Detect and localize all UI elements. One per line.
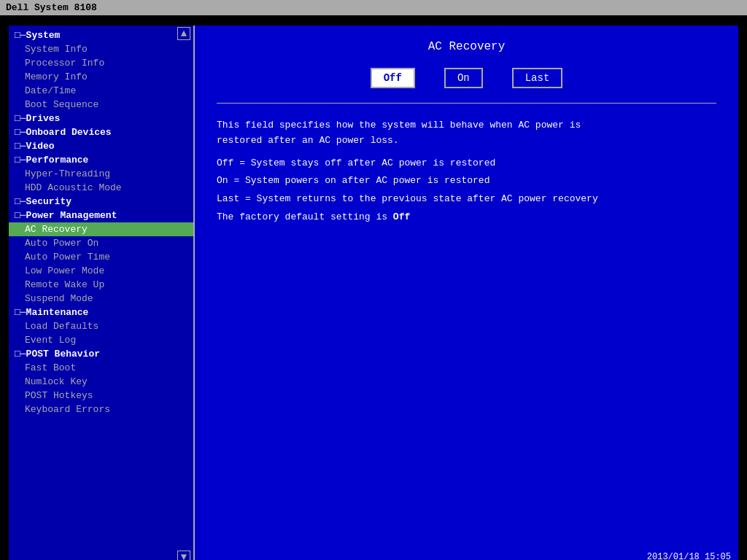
section-prefix-icon: □─: [15, 349, 26, 359]
section-prefix-icon: □─: [15, 127, 26, 138]
sidebar-item-boot-sequence[interactable]: Boot Sequence: [9, 98, 193, 112]
sidebar-item-maintenance[interactable]: □─Maintenance: [9, 306, 193, 319]
section-prefix-icon: □─: [15, 155, 26, 166]
main-content: ▲ □─SystemSystem InfoProcessor InfoMemor…: [9, 26, 738, 560]
section-prefix-icon: □─: [15, 307, 26, 318]
sidebar-item-fast-boot[interactable]: Fast Boot: [9, 361, 193, 375]
section-prefix-icon: □─: [15, 196, 26, 207]
section-prefix-icon: □─: [15, 210, 26, 221]
desc-line1: This field specifies how the system will…: [217, 118, 716, 149]
scroll-down-arrow[interactable]: ▼: [177, 551, 190, 560]
sidebar-item-post-behavior[interactable]: □─POST Behavior: [9, 347, 193, 361]
bios-screen: ▲ □─SystemSystem InfoProcessor InfoMemor…: [9, 26, 738, 560]
sidebar-item-system[interactable]: □─System: [9, 28, 193, 42]
divider: [217, 103, 716, 104]
sidebar: ▲ □─SystemSystem InfoProcessor InfoMemor…: [9, 26, 195, 560]
sidebar-item-load-defaults[interactable]: Load Defaults: [9, 319, 193, 333]
sidebar-item-security[interactable]: □─Security: [9, 195, 193, 209]
sidebar-item-system-info[interactable]: System Info: [9, 42, 193, 56]
sidebar-item-post-hotkeys[interactable]: POST Hotkeys: [9, 389, 193, 402]
sidebar-item-drives[interactable]: □─Drives: [9, 112, 193, 125]
option-off[interactable]: Off: [371, 68, 415, 88]
sidebar-item-date-time[interactable]: Date/Time: [9, 84, 193, 98]
option-on[interactable]: On: [444, 68, 483, 88]
sidebar-item-ac-recovery[interactable]: AC Recovery: [9, 222, 193, 236]
sidebar-item-hdd-acoustic[interactable]: HDD Acoustic Mode: [9, 181, 193, 195]
section-label: Maintenance: [26, 307, 89, 318]
sidebar-item-memory-info[interactable]: Memory Info: [9, 70, 193, 84]
section-prefix-icon: □─: [15, 113, 26, 124]
option-row: OffOnLast: [217, 68, 716, 88]
desc-on: On = System powers on after AC power is …: [217, 174, 716, 189]
bios-title: Dell System 8108: [0, 0, 747, 15]
section-label: POST Behavior: [26, 349, 100, 359]
section-label: Security: [26, 196, 71, 207]
sidebar-item-onboard-devices[interactable]: □─Onboard Devices: [9, 125, 193, 139]
section-label: Performance: [26, 155, 89, 166]
section-label: System: [26, 30, 61, 41]
section-label: Video: [26, 141, 55, 152]
scroll-up-arrow[interactable]: ▲: [177, 27, 190, 40]
section-prefix-icon: □─: [15, 30, 26, 41]
sidebar-item-auto-power-time[interactable]: Auto Power Time: [9, 250, 193, 264]
sidebar-item-numlock-key[interactable]: Numlock Key: [9, 375, 193, 389]
desc-factory: The factory default setting is Off: [217, 210, 716, 225]
sidebar-item-power-management[interactable]: □─Power Management: [9, 209, 193, 222]
panel-title: AC Recovery: [217, 40, 716, 53]
sidebar-item-video[interactable]: □─Video: [9, 139, 193, 153]
sidebar-item-event-log[interactable]: Event Log: [9, 333, 193, 347]
sidebar-item-hyper-threading[interactable]: Hyper-Threading: [9, 167, 193, 181]
section-label: Onboard Devices: [26, 127, 112, 138]
sidebar-item-suspend-mode[interactable]: Suspend Mode: [9, 292, 193, 306]
sidebar-item-processor-info[interactable]: Processor Info: [9, 56, 193, 70]
description: This field specifies how the system will…: [217, 118, 716, 225]
sidebar-item-low-power-mode[interactable]: Low Power Mode: [9, 264, 193, 278]
sidebar-item-keyboard-errors[interactable]: Keyboard Errors: [9, 402, 193, 416]
section-label: Drives: [26, 113, 61, 124]
section-prefix-icon: □─: [15, 141, 26, 152]
sidebar-item-remote-wake-up[interactable]: Remote Wake Up: [9, 278, 193, 292]
option-last[interactable]: Last: [512, 68, 563, 88]
sidebar-item-performance[interactable]: □─Performance: [9, 153, 193, 167]
right-panel: AC Recovery OffOnLast This field specifi…: [195, 26, 738, 560]
section-label: Power Management: [26, 210, 117, 221]
sidebar-item-auto-power-on[interactable]: Auto Power On: [9, 236, 193, 250]
desc-off: Off = System stays off after AC power is…: [217, 156, 716, 171]
timestamp: 2013/01/18 15:05: [647, 552, 731, 560]
sidebar-list: □─SystemSystem InfoProcessor InfoMemory …: [9, 26, 195, 419]
desc-last: Last = System returns to the previous st…: [217, 192, 716, 207]
